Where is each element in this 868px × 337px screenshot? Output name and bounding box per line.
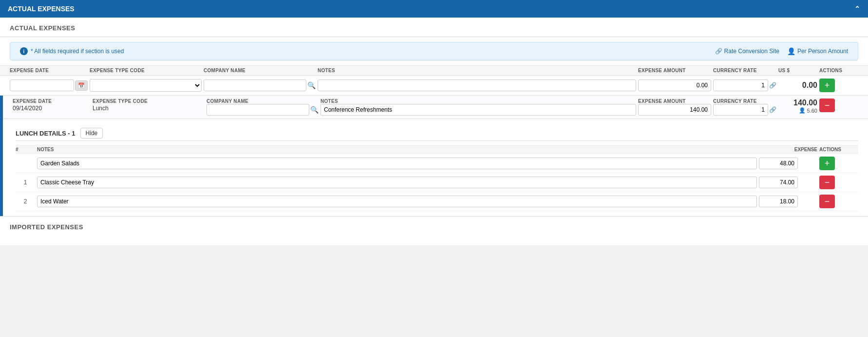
- col-actions: ACTIONS: [819, 68, 858, 73]
- info-text: * All fields required if section is used: [31, 48, 124, 55]
- hide-button[interactable]: Hide: [80, 128, 103, 139]
- detail-num-2: 2: [16, 198, 35, 205]
- detail-row-0: +: [16, 154, 858, 173]
- title-bar: ACTUAL EXPENSES ⌃: [0, 0, 868, 18]
- detail-expense-input-1[interactable]: [759, 177, 798, 188]
- info-icon: i: [20, 47, 28, 55]
- detail-col-expense: EXPENSE: [759, 147, 817, 152]
- remove-detail-button-2[interactable]: −: [819, 195, 835, 208]
- detail-expense-wrap-0: [759, 158, 817, 169]
- person-icon: 👤: [787, 47, 795, 55]
- table-header-row: EXPENSE DATE EXPENSE TYPE CODE COMPANY N…: [0, 65, 868, 76]
- rate-conversion-link[interactable]: 🔗 Rate Conversion Site: [715, 48, 779, 55]
- currency-rate-input[interactable]: 1: [713, 79, 768, 91]
- collapse-icon[interactable]: ⌃: [854, 5, 860, 13]
- notes-input[interactable]: [318, 79, 636, 91]
- expense-date-input[interactable]: [10, 79, 74, 91]
- us-dollar-display: 0.00: [778, 81, 817, 90]
- remove-expense-button[interactable]: −: [819, 99, 835, 112]
- company-name-input[interactable]: [204, 79, 306, 91]
- detail-expense-input-0[interactable]: [759, 158, 798, 169]
- data-row-1: EXPENSE DATE 09/14/2020 EXPENSE TYPE COD…: [3, 96, 868, 119]
- main-container: ACTUAL EXPENSES i * All fields required …: [0, 18, 868, 245]
- data-notes: NOTES Conference Refreshments: [321, 99, 636, 116]
- lunch-details-title: LUNCH DETAILS - 1: [16, 130, 75, 137]
- expense-type-select[interactable]: [90, 79, 202, 92]
- per-person-link[interactable]: 👤 Per Person Amount: [787, 47, 848, 55]
- detail-expense-wrap-2: [759, 196, 817, 207]
- add-detail-button-0[interactable]: +: [819, 157, 835, 170]
- detail-col-notes: NOTES: [37, 147, 757, 152]
- expense-amount-input[interactable]: 0.00: [638, 79, 711, 91]
- data-us-dollar: 140.00 👤 5.60: [778, 99, 817, 114]
- data-company-name: COMPANY NAME 🔍: [207, 99, 319, 116]
- detail-table-header: # NOTES EXPENSE ACTIONS: [16, 145, 858, 154]
- imported-section: IMPORTED EXPENSES: [0, 216, 868, 236]
- data-expense-amount-input[interactable]: 140.00: [638, 104, 711, 116]
- col-expense-type: EXPENSE TYPE CODE: [90, 68, 202, 73]
- detail-actions-2: −: [819, 195, 858, 208]
- data-company-search[interactable]: 🔍: [310, 106, 319, 114]
- col-expense-date: EXPENSE DATE: [10, 68, 88, 73]
- data-expense-date: EXPENSE DATE 09/14/2020: [13, 99, 91, 113]
- add-expense-button[interactable]: +: [819, 79, 835, 92]
- detail-actions-1: −: [819, 176, 858, 189]
- info-message: i * All fields required if section is us…: [20, 47, 124, 55]
- detail-col-actions: ACTIONS: [819, 147, 858, 152]
- input-row: 📅 🔍 0.00 1 🔗 0.00 +: [0, 76, 868, 96]
- lunch-details-section: LUNCH DETAILS - 1 Hide # NOTES EXPENSE A…: [3, 119, 868, 216]
- title-bar-text: ACTUAL EXPENSES: [8, 5, 75, 13]
- detail-col-num: #: [16, 147, 35, 152]
- currency-copy-button[interactable]: 🔗: [769, 82, 776, 89]
- data-company-input[interactable]: [207, 104, 309, 116]
- data-row-container: EXPENSE DATE 09/14/2020 EXPENSE TYPE COD…: [0, 96, 868, 216]
- detail-actions-0: +: [819, 157, 858, 170]
- col-currency-rate: CURRENCY RATE: [713, 68, 776, 73]
- info-bar: i * All fields required if section is us…: [10, 42, 858, 60]
- detail-num-1: 1: [16, 179, 35, 186]
- detail-notes-input-2[interactable]: [37, 196, 757, 207]
- data-currency-copy[interactable]: 🔗: [769, 106, 776, 113]
- data-expense-amount: EXPENSE AMOUNT 140.00: [638, 99, 711, 116]
- company-search-button[interactable]: 🔍: [307, 81, 316, 89]
- section-title: ACTUAL EXPENSES: [0, 18, 868, 37]
- detail-notes-input-0[interactable]: [37, 158, 757, 169]
- col-expense-amount: EXPENSE AMOUNT: [638, 68, 711, 73]
- data-expense-type: EXPENSE TYPE CODE Lunch: [93, 99, 205, 113]
- detail-row-1: 1 −: [16, 173, 858, 192]
- currency-rate-wrap: 1 🔗: [713, 79, 776, 91]
- per-person-display: 👤 5.60: [778, 107, 817, 114]
- detail-row-2: 2 −: [16, 192, 858, 211]
- col-company-name: COMPANY NAME: [204, 68, 316, 73]
- detail-expense-wrap-1: [759, 177, 817, 188]
- lunch-details-header: LUNCH DETAILS - 1 Hide: [16, 124, 858, 141]
- company-name-wrap: 🔍: [204, 79, 316, 91]
- col-us-dollar: US $: [778, 68, 817, 73]
- remove-detail-button-1[interactable]: −: [819, 176, 835, 189]
- calendar-button[interactable]: 📅: [75, 80, 88, 91]
- detail-notes-input-1[interactable]: [37, 177, 757, 188]
- link-icon: 🔗: [715, 48, 722, 55]
- col-notes: NOTES: [318, 68, 636, 73]
- data-currency-rate-input[interactable]: 1: [713, 104, 768, 116]
- data-currency-rate: CURRENCY RATE 1 🔗: [713, 99, 776, 116]
- expense-date-wrap: 📅: [10, 79, 88, 91]
- info-right: 🔗 Rate Conversion Site 👤 Per Person Amou…: [715, 47, 848, 55]
- data-notes-input[interactable]: Conference Refreshments: [321, 104, 636, 116]
- detail-expense-input-2[interactable]: [759, 196, 798, 207]
- per-person-icon-small: 👤: [799, 107, 806, 114]
